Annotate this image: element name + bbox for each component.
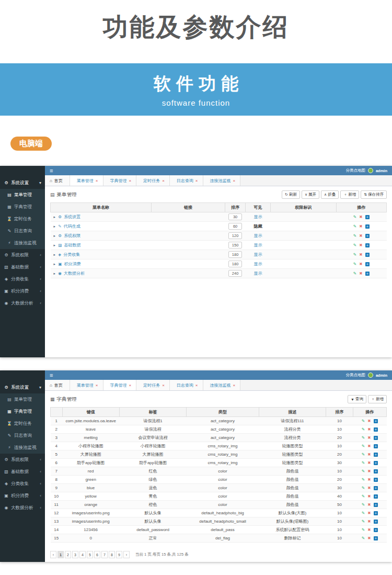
expand-caret-icon[interactable]: ▸ — [54, 262, 56, 266]
delete-icon[interactable]: ✖ — [367, 477, 371, 482]
menu-name-link[interactable]: 大数据分析 — [64, 271, 85, 276]
sort-input[interactable]: 180 — [228, 251, 242, 258]
add-child-icon[interactable]: ＋ — [365, 262, 370, 266]
close-icon[interactable]: × — [162, 178, 165, 183]
sidebar-item[interactable]: ▣ 积分消费 ‹ — [0, 285, 45, 297]
add-icon[interactable]: ＋ — [374, 511, 378, 515]
edit-icon[interactable]: ✎ — [362, 419, 365, 423]
delete-icon[interactable]: ✖ — [367, 435, 371, 440]
expand-caret-icon[interactable]: ▸ — [54, 272, 56, 275]
delete-icon[interactable]: ✖ — [359, 262, 362, 266]
toolbar-button[interactable]: ∧ 折叠 — [321, 190, 339, 199]
menu-name-link[interactable]: 代码生成 — [64, 224, 80, 229]
expand-caret-icon[interactable]: ▸ — [54, 234, 56, 238]
delete-icon[interactable]: ✖ — [367, 536, 371, 540]
sidebar-item[interactable]: ⚙ 系统设置 ▾ — [0, 381, 45, 393]
sidebar-item[interactable]: ✎ 日志查询 — [0, 225, 45, 237]
edit-icon[interactable]: ✎ — [353, 215, 356, 219]
expand-caret-icon[interactable]: ▸ — [54, 224, 56, 228]
user-menu[interactable]: admin — [376, 373, 387, 378]
page-button[interactable]: 7 — [101, 551, 108, 558]
sort-input[interactable]: 240 — [228, 270, 242, 277]
add-icon[interactable]: ＋ — [374, 494, 378, 499]
next-page-button[interactable]: › — [123, 551, 130, 558]
sidebar-item[interactable]: ▦ 字典管理 — [0, 201, 45, 213]
edit-icon[interactable]: ✎ — [353, 271, 356, 276]
menu-name-link[interactable]: 分类收集 — [63, 252, 80, 257]
add-child-icon[interactable]: ＋ — [365, 224, 370, 229]
sidebar-item[interactable]: ◈ 分类收集 ‹ — [0, 478, 45, 490]
sidebar-item[interactable]: ⚡ 连接池监视 — [0, 237, 45, 249]
sidebar-item[interactable]: ▦ 字典管理 — [0, 405, 45, 418]
sidebar-item[interactable]: ▧ 基础数据 ‹ — [0, 261, 45, 273]
edit-icon[interactable]: ✎ — [362, 511, 365, 515]
toolbar-button[interactable]: ↻ 刷新 — [282, 190, 300, 199]
sort-input[interactable]: 150 — [228, 242, 242, 249]
edit-icon[interactable]: ✎ — [353, 252, 356, 257]
delete-icon[interactable]: ✖ — [367, 494, 371, 499]
delete-icon[interactable]: ✖ — [367, 519, 371, 524]
add-icon[interactable]: ＋ — [374, 453, 378, 457]
delete-icon[interactable]: ✖ — [367, 527, 371, 532]
delete-icon[interactable]: ✖ — [367, 444, 371, 448]
page-button[interactable]: 3 — [72, 551, 78, 558]
edit-icon[interactable]: ✎ — [362, 435, 365, 440]
delete-icon[interactable]: ✖ — [367, 469, 371, 473]
edit-icon[interactable]: ✎ — [353, 243, 356, 247]
close-icon[interactable]: × — [195, 383, 198, 388]
add-icon[interactable]: ＋ — [374, 419, 378, 423]
close-icon[interactable]: × — [96, 178, 98, 183]
add-child-icon[interactable]: ＋ — [365, 234, 370, 238]
delete-icon[interactable]: ✖ — [367, 460, 371, 465]
toolbar-button[interactable]: ＋ 新增 — [340, 190, 359, 199]
add-icon[interactable]: ＋ — [374, 503, 378, 507]
sidebar-item[interactable]: ⌛ 定时任务 — [0, 418, 45, 430]
edit-icon[interactable]: ✎ — [362, 460, 365, 465]
add-icon[interactable]: ＋ — [374, 436, 378, 440]
menu-name-link[interactable]: 系统权限 — [64, 233, 80, 238]
toolbar-button[interactable]: ▼ 查询 — [348, 395, 366, 403]
avatar[interactable] — [368, 168, 373, 173]
delete-icon[interactable]: ✖ — [367, 427, 371, 432]
add-icon[interactable]: ＋ — [374, 536, 378, 540]
page-tab[interactable]: 菜单管理 × — [70, 175, 103, 186]
edit-icon[interactable]: ✎ — [362, 427, 365, 432]
add-icon[interactable]: ＋ — [374, 478, 378, 482]
add-icon[interactable]: ＋ — [374, 520, 378, 524]
sidebar-item[interactable]: ◉ 大数据分析 ‹ — [0, 502, 45, 514]
sort-input[interactable]: 120 — [228, 232, 242, 239]
delete-icon[interactable]: ✖ — [359, 215, 362, 219]
close-icon[interactable]: × — [129, 178, 132, 183]
brand-link[interactable]: 分类点地图 — [345, 373, 365, 378]
delete-icon[interactable]: ✖ — [367, 419, 371, 423]
edit-icon[interactable]: ✎ — [353, 262, 356, 266]
page-tab[interactable]: 连接池监视 × — [203, 380, 241, 390]
edit-icon[interactable]: ✎ — [362, 452, 365, 457]
menu-name-link[interactable]: 积分消费 — [64, 262, 81, 266]
page-tab[interactable]: 连接池监视 × — [203, 175, 241, 186]
page-tab[interactable]: 菜单管理 × — [70, 380, 103, 390]
edit-icon[interactable]: ✎ — [362, 519, 365, 524]
sidebar-item[interactable]: ▣ 积分消费 ‹ — [0, 490, 45, 502]
sidebar-item[interactable]: ⚙ 系统设置 ▾ — [0, 177, 45, 189]
menu-toggle-icon[interactable]: ≡ — [50, 168, 53, 174]
add-icon[interactable]: ＋ — [374, 444, 378, 448]
delete-icon[interactable]: ✖ — [359, 271, 362, 276]
sidebar-item[interactable]: ✎ 日志查询 — [0, 430, 45, 442]
edit-icon[interactable]: ✎ — [362, 469, 365, 473]
page-tab[interactable]: ⌂ 首页 — [45, 380, 70, 390]
close-icon[interactable]: × — [195, 178, 198, 183]
brand-link[interactable]: 分类点地图 — [345, 168, 365, 173]
delete-icon[interactable]: ✖ — [359, 243, 362, 247]
add-icon[interactable]: ＋ — [374, 486, 378, 490]
page-tab[interactable]: 字典管理 × — [103, 380, 137, 390]
toolbar-button[interactable]: ∨ 展开 — [302, 190, 319, 199]
page-button[interactable]: 8 — [109, 551, 115, 558]
menu-name-link[interactable]: 系统设置 — [64, 215, 80, 219]
close-icon[interactable]: × — [96, 383, 98, 388]
sidebar-item[interactable]: ◉ 大数据分析 ‹ — [0, 297, 45, 309]
edit-icon[interactable]: ✎ — [353, 233, 356, 238]
edit-icon[interactable]: ✎ — [362, 444, 365, 448]
page-tab[interactable]: 日志查询 × — [170, 175, 203, 186]
menu-toggle-icon[interactable]: ≡ — [50, 373, 53, 378]
